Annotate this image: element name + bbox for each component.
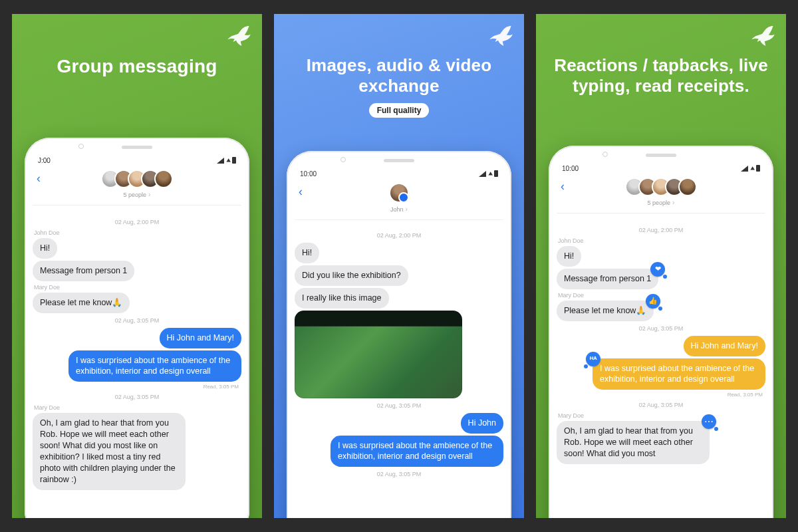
chat-header: ‹ 5 people: [557, 178, 765, 213]
back-button[interactable]: ‹: [37, 172, 41, 184]
message-bubble[interactable]: Hi!: [557, 246, 581, 267]
date-stamp: 02 Aug, 2:00 PM: [557, 227, 765, 233]
status-bar: J:00: [38, 155, 236, 166]
battery-icon: [756, 165, 760, 172]
date-stamp: 02 Aug, 3:05 PM: [33, 394, 241, 400]
chat-subtitle[interactable]: 5 people: [648, 199, 675, 206]
group-avatars[interactable]: [101, 170, 173, 188]
battery-icon: [494, 170, 498, 177]
chat-body[interactable]: 02 Aug, 2:00 PM John Doe Hi! Message fro…: [557, 223, 765, 518]
message-text: I was surprised about the ambience of th…: [600, 364, 754, 384]
cellular-icon: [741, 166, 748, 172]
app-store-screenshots: Group messaging J:00 ‹: [0, 0, 798, 532]
wifi-icon: [226, 156, 230, 165]
back-button[interactable]: ‹: [561, 180, 565, 192]
chat-subtitle[interactable]: 5 people: [124, 191, 151, 198]
message-bubble[interactable]: Did you like the exhibition?: [295, 265, 408, 286]
image-message[interactable]: [295, 311, 462, 398]
sender-label: Mary Doe: [34, 404, 240, 411]
avatar: [678, 178, 697, 196]
panel-reactions: Reactions / tapbacks, live typing, read …: [536, 14, 786, 518]
message-bubble[interactable]: Hi John: [461, 413, 503, 434]
panel-headline: Images, audio & video exchange: [274, 55, 524, 96]
panel-headline: Reactions / tapbacks, live typing, read …: [536, 55, 786, 96]
date-stamp: 02 Aug, 3:05 PM: [557, 325, 765, 332]
divider: [557, 213, 765, 213]
message-bubble[interactable]: Oh, I am glad to hear that from you Rob.…: [557, 421, 710, 464]
hummingbird-icon: [222, 22, 254, 54]
message-bubble[interactable]: Hi!: [295, 243, 319, 263]
message-bubble[interactable]: Message from person 1: [33, 261, 134, 281]
reaction-heart-icon[interactable]: [650, 262, 665, 277]
chat-header: ‹ 5 people: [33, 170, 241, 205]
chat-body[interactable]: 02 Aug, 2:00 PM Hi! Did you like the exh…: [295, 228, 503, 518]
message-bubble[interactable]: I was surprised about the ambience of th…: [68, 350, 241, 382]
sender-label: Mary Doe: [34, 284, 240, 291]
reaction-thumb-icon[interactable]: [646, 294, 660, 309]
status-icons: [741, 164, 760, 173]
chat-header: ‹ John: [295, 183, 503, 220]
date-stamp: 02 Aug, 3:05 PM: [295, 471, 503, 477]
date-stamp: 02 Aug, 3:05 PM: [33, 317, 241, 324]
cellular-icon: [479, 171, 486, 177]
message-text: Oh, I am glad to hear that from you Rob.…: [564, 426, 693, 458]
message-bubble[interactable]: I was surprised about the ambience of th…: [593, 358, 765, 390]
message-bubble[interactable]: I really like this image: [295, 288, 389, 309]
hummingbird-icon: [484, 22, 516, 54]
message-bubble[interactable]: Hi John and Mary!: [160, 328, 241, 348]
message-bubble[interactable]: Oh, I am glad to hear that from you Rob.…: [33, 413, 186, 489]
panel-media-exchange: Images, audio & video exchange Full qual…: [274, 14, 524, 518]
phone-speaker: [646, 154, 676, 157]
phone-speaker: [384, 159, 414, 162]
message-bubble[interactable]: I was surprised about the ambience of th…: [331, 436, 503, 467]
back-button[interactable]: ‹: [299, 186, 303, 198]
sender-label: John Doe: [558, 237, 764, 244]
message-bubble[interactable]: Please let me know🙏: [557, 301, 654, 321]
status-icons: [217, 156, 236, 165]
status-bar: 10:00: [562, 163, 760, 174]
date-stamp: 02 Aug, 3:05 PM: [557, 402, 765, 408]
battery-icon: [232, 157, 236, 164]
sender-label: Mary Doe: [558, 292, 764, 299]
status-time: 10:00: [562, 165, 579, 172]
divider: [33, 205, 241, 205]
phone-speaker: [122, 146, 152, 149]
date-stamp: 02 Aug, 3:05 PM: [295, 402, 503, 409]
contact-avatar[interactable]: [389, 183, 409, 203]
message-text: Please let me know🙏: [564, 306, 646, 315]
message-bubble[interactable]: Hi!: [33, 238, 57, 259]
message-bubble[interactable]: Please let me know🙏: [33, 293, 130, 313]
wifi-icon: [750, 164, 754, 173]
panel-group-messaging: Group messaging J:00 ‹: [12, 14, 262, 518]
phone-camera: [340, 157, 346, 162]
cellular-icon: [217, 158, 224, 164]
reaction-typing-icon[interactable]: [702, 414, 716, 429]
phone-mock: 10:00 ‹ John 02 Aug, 2:00 P: [287, 151, 511, 518]
chat-body[interactable]: 02 Aug, 2:00 PM John Doe Hi! Message fro…: [33, 215, 241, 518]
phone-camera: [602, 152, 608, 157]
avatar: [154, 170, 173, 188]
message-bubble[interactable]: Message from person 1: [557, 269, 658, 289]
read-receipt: Read, 3:05 PM: [559, 392, 763, 398]
group-avatars[interactable]: [625, 178, 697, 196]
date-stamp: 02 Aug, 2:00 PM: [295, 232, 503, 239]
phone-camera: [78, 144, 84, 149]
status-time: 10:00: [300, 170, 317, 178]
status-time: J:00: [38, 157, 51, 164]
read-receipt: Read, 3:05 PM: [35, 384, 239, 390]
chat-subtitle[interactable]: John: [390, 205, 408, 213]
status-bar: 10:00: [300, 168, 498, 179]
date-stamp: 02 Aug, 2:00 PM: [33, 219, 241, 225]
hummingbird-icon: [746, 22, 778, 54]
status-icons: [479, 170, 498, 178]
message-bubble[interactable]: Hi John and Mary!: [684, 336, 765, 356]
phone-mock: J:00 ‹ 5 peopl: [25, 138, 249, 518]
phone-mock: 10:00 ‹ 5 peop: [549, 146, 773, 518]
sender-label: John Doe: [34, 229, 240, 236]
sender-label: Mary Doe: [558, 412, 764, 419]
panel-headline: Group messaging: [45, 55, 229, 78]
avatar: [389, 183, 409, 203]
divider: [295, 219, 503, 220]
reaction-haha-icon[interactable]: [586, 352, 600, 366]
wifi-icon: [488, 170, 492, 178]
